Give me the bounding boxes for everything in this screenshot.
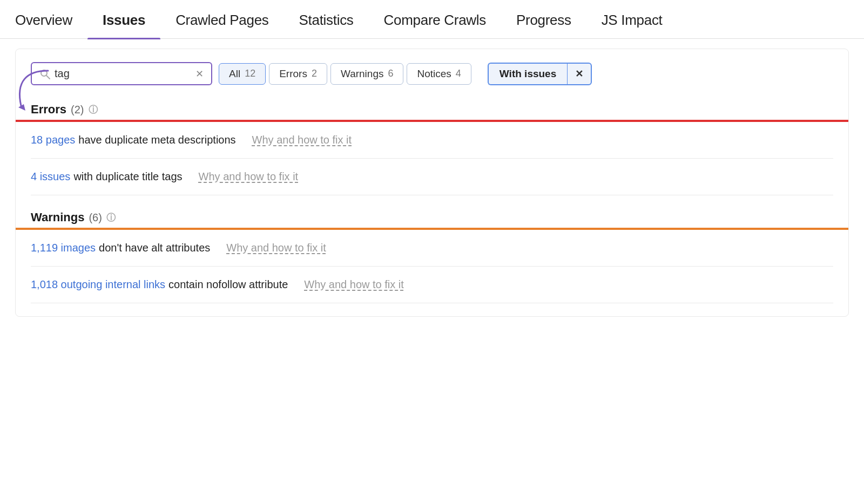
tab-compare-crawls[interactable]: Compare Crawls: [369, 0, 501, 38]
filter-all[interactable]: All 12: [219, 63, 266, 85]
error-row-2: 4 issues with duplicate title tags Why a…: [31, 159, 833, 195]
warnings-section: Warnings (6) ⓘ 1,119 images don't have a…: [31, 210, 833, 303]
tab-progress[interactable]: Progress: [501, 0, 586, 38]
svg-marker-0: [18, 104, 25, 111]
warning-1-text: don't have alt attributes: [99, 242, 210, 254]
errors-heading: Errors (2) ⓘ: [31, 103, 833, 117]
warning-1-link[interactable]: 1,119 images: [31, 242, 96, 254]
filter-notices[interactable]: Notices 4: [407, 63, 471, 85]
error-1-fix-link[interactable]: Why and how to fix it: [252, 134, 352, 146]
warnings-count: (6): [89, 212, 102, 224]
warnings-label: Warnings: [31, 210, 84, 224]
search-input[interactable]: [55, 67, 191, 80]
with-issues-label[interactable]: With issues: [488, 63, 567, 85]
with-issues-close-button[interactable]: ✕: [567, 63, 592, 85]
errors-section: Errors (2) ⓘ 18 pages have duplicate met…: [31, 103, 833, 195]
warning-row-2: 1,018 outgoing internal links contain no…: [31, 267, 833, 303]
warning-2-link[interactable]: 1,018 outgoing internal links: [31, 278, 165, 291]
filter-warnings-label: Warnings: [341, 68, 384, 80]
filter-notices-count: 4: [456, 68, 461, 79]
filter-all-label: All: [229, 68, 240, 80]
filter-errors-label: Errors: [279, 68, 307, 80]
error-2-text: with duplicate title tags: [73, 171, 182, 183]
warnings-info-icon[interactable]: ⓘ: [106, 212, 116, 224]
search-clear-icon[interactable]: ✕: [195, 68, 204, 80]
errors-label: Errors: [31, 103, 66, 117]
filter-all-count: 12: [245, 68, 255, 79]
tab-js-impact[interactable]: JS Impact: [586, 0, 678, 38]
tab-issues[interactable]: Issues: [87, 0, 160, 38]
tab-statistics[interactable]: Statistics: [284, 0, 369, 38]
tab-crawled-pages[interactable]: Crawled Pages: [160, 0, 284, 38]
search-icon: [39, 69, 50, 79]
warning-2-fix-link[interactable]: Why and how to fix it: [304, 278, 404, 291]
errors-info-icon[interactable]: ⓘ: [89, 104, 98, 116]
error-row-1: 18 pages have duplicate meta description…: [31, 122, 833, 159]
error-2-fix-link[interactable]: Why and how to fix it: [199, 171, 299, 183]
search-box: ✕: [31, 62, 212, 85]
filter-warnings[interactable]: Warnings 6: [330, 63, 404, 85]
content-area: ✕ All 12 Errors 2 Warnings 6 Notices: [15, 49, 849, 317]
filter-notices-label: Notices: [417, 68, 451, 80]
filter-errors-count: 2: [312, 68, 317, 79]
errors-count: (2): [71, 104, 84, 116]
svg-line-2: [46, 76, 50, 79]
warnings-heading: Warnings (6) ⓘ: [31, 210, 833, 224]
filter-warnings-count: 6: [388, 68, 393, 79]
error-2-link[interactable]: 4 issues: [31, 171, 70, 183]
tab-overview[interactable]: Overview: [15, 0, 87, 38]
with-issues-button-group: With issues ✕: [488, 63, 592, 85]
warning-row-1: 1,119 images don't have alt attributes W…: [31, 230, 833, 267]
filter-errors[interactable]: Errors 2: [269, 63, 327, 85]
warning-2-text: contain nofollow attribute: [168, 278, 288, 291]
warning-1-fix-link[interactable]: Why and how to fix it: [226, 242, 326, 254]
filter-bar: ✕ All 12 Errors 2 Warnings 6 Notices: [31, 62, 833, 85]
nav-tabs: Overview Issues Crawled Pages Statistics…: [0, 0, 864, 39]
error-1-text: have duplicate meta descriptions: [78, 134, 235, 146]
error-1-link[interactable]: 18 pages: [31, 134, 75, 146]
filter-pills: All 12 Errors 2 Warnings 6 Notices 4: [219, 63, 471, 85]
page-wrapper: Overview Issues Crawled Pages Statistics…: [0, 0, 864, 504]
